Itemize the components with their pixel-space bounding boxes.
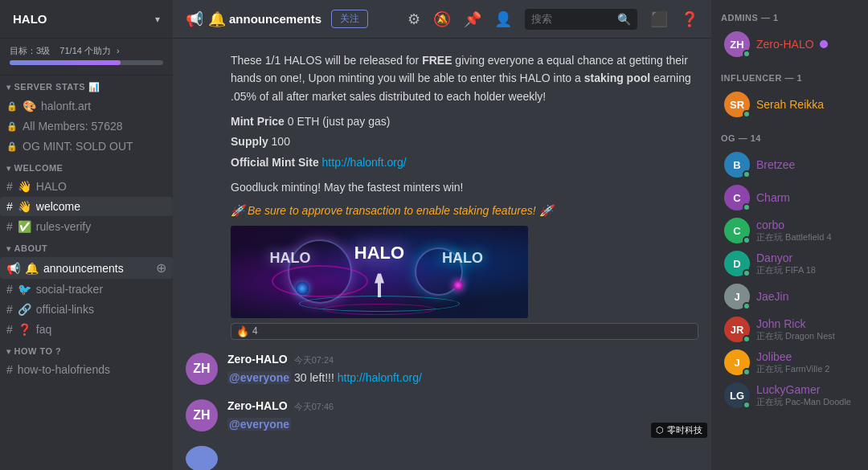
halo-center-text: HALO bbox=[354, 243, 404, 264]
follow-button[interactable]: 关注 bbox=[331, 10, 368, 28]
boost-bar-fill bbox=[10, 60, 121, 65]
channel-halonft-art[interactable]: 🔒 🎨 halonft.art bbox=[0, 96, 173, 116]
settings-icon[interactable]: ⚙ bbox=[407, 10, 420, 28]
member-john-rick[interactable]: JR John Rick 正在玩 Dragon Nest bbox=[714, 313, 865, 345]
member-name-zero-halo: Zero-HALO bbox=[756, 38, 855, 51]
channel-welcome[interactable]: # 👋 welcome bbox=[0, 197, 173, 216]
supply-label: Supply bbox=[231, 135, 268, 148]
member-jaejin[interactable]: J JaeJin bbox=[714, 280, 865, 313]
member-serah[interactable]: SR Serah Reikka bbox=[714, 88, 865, 121]
status-dot bbox=[743, 401, 751, 409]
search-icon: 🔍 bbox=[617, 13, 631, 26]
channel-all-members[interactable]: 🔒 All Members: 57628 bbox=[0, 116, 173, 136]
header-icons: ⚙ 🔕 📌 👤 搜索 🔍 ⬛ ❓ bbox=[407, 9, 698, 30]
message-group-2: ZH Zero-HALO 今天07:24 @everyone 30 left!!… bbox=[173, 346, 711, 393]
channel-label: All Members: 57628 bbox=[23, 120, 123, 133]
member-status-luckygamer: 正在玩 Pac-Man Doodle bbox=[756, 396, 855, 408]
member-corbo[interactable]: C corbo 正在玩 Battlefield 4 bbox=[714, 215, 865, 247]
member-jolibee[interactable]: J Jolibee 正在玩 FarmVille 2 bbox=[714, 346, 865, 378]
channel-rules-verify[interactable]: # ✅ rules-verify bbox=[0, 217, 173, 236]
channel-label: halonft.art bbox=[41, 100, 91, 112]
avatar-bretzee: B bbox=[724, 152, 750, 178]
section-og-label: OG — 14 bbox=[711, 127, 868, 148]
site-label: Official Mint Site bbox=[231, 156, 319, 169]
member-status-corbo: 正在玩 Battlefield 4 bbox=[756, 231, 855, 243]
channel-header: 📢 🔔 announcements 关注 ⚙ 🔕 📌 👤 搜索 🔍 ⬛ ❓ bbox=[173, 0, 711, 39]
member-charm[interactable]: C Charm bbox=[714, 182, 865, 214]
member-danyor[interactable]: D Danyor 正在玩 FIFA 18 bbox=[714, 247, 865, 280]
member-name-luckygamer: LuckyGamer bbox=[756, 383, 855, 396]
boost-label: 目标：3级 71/14 个助力 › bbox=[10, 45, 163, 57]
megaphone-header-icon: 📢 bbox=[186, 10, 203, 28]
search-bar[interactable]: 搜索 🔍 bbox=[525, 9, 637, 30]
message-meta-3: Zero-HALO 今天07:46 bbox=[227, 399, 698, 413]
image-embed: HALO HALO HALO bbox=[231, 226, 528, 318]
channel-social-tracker[interactable]: # 🐦 social-tracker bbox=[0, 280, 173, 299]
avatar-jaejin: J bbox=[724, 284, 750, 309]
channel-halo[interactable]: # 👋 HALO bbox=[0, 177, 173, 196]
mint-site-link[interactable]: http://halonft.org/ bbox=[322, 156, 407, 169]
wave-emoji: 👋 bbox=[18, 200, 31, 213]
section-arrow: ▾ bbox=[6, 164, 11, 173]
hash-icon: # bbox=[6, 220, 13, 233]
member-bretzee[interactable]: B Bretzee bbox=[714, 149, 865, 181]
bird-emoji: 🐦 bbox=[18, 283, 31, 296]
member-name-danyor: Danyor bbox=[756, 251, 855, 264]
channel-how-to-halofriends[interactable]: # how-to-halofriends bbox=[0, 360, 173, 379]
members-icon[interactable]: 👤 bbox=[494, 10, 512, 28]
main-content: 📢 🔔 announcements 关注 ⚙ 🔕 📌 👤 搜索 🔍 ⬛ ❓ Th… bbox=[173, 0, 711, 470]
status-dot bbox=[743, 335, 751, 343]
channel-official-links[interactable]: # 🔗 official-links bbox=[0, 300, 173, 319]
channel-faq[interactable]: # ❓ faq bbox=[0, 320, 173, 339]
boost-bar bbox=[10, 60, 163, 65]
section-label-howto[interactable]: ▾ HOW TO ? bbox=[0, 340, 173, 359]
lock-icon: 🔒 bbox=[6, 121, 18, 132]
avatar-zero-halo-3: ZH bbox=[186, 399, 218, 431]
member-info-jolibee: Jolibee 正在玩 FarmVille 2 bbox=[756, 350, 855, 375]
member-info-jaejin: JaeJin bbox=[756, 290, 855, 303]
pin-icon[interactable]: 📌 bbox=[464, 10, 481, 28]
reaction-fire[interactable]: 🔥 4 bbox=[231, 323, 698, 340]
bell-mute-icon[interactable]: 🔕 bbox=[433, 10, 451, 28]
channel-label: welcome bbox=[36, 200, 80, 213]
section-label-about[interactable]: ▾ ABOUT bbox=[0, 237, 173, 256]
channel-header-name: announcements bbox=[229, 12, 321, 26]
avatar-zero-halo-2: ZH bbox=[186, 353, 218, 385]
member-zero-halo[interactable]: ZH Zero-HALO bbox=[714, 28, 865, 60]
status-dot bbox=[743, 110, 751, 118]
member-luckygamer[interactable]: LG LuckyGamer 正在玩 Pac-Man Doodle bbox=[714, 379, 865, 411]
message-goodluck: Goodluck minting! May the fastest minter… bbox=[231, 179, 698, 196]
avatar-danyor: D bbox=[724, 251, 750, 276]
megaphone-icon: 📢 bbox=[6, 262, 20, 275]
halo-right-text: HALO bbox=[442, 249, 483, 266]
help-icon[interactable]: ❓ bbox=[681, 10, 698, 28]
member-name-john-rick: John Rick bbox=[756, 317, 855, 330]
channel-announcements[interactable]: 📢 🔔 announcements ⊕ bbox=[0, 257, 173, 279]
server-header[interactable]: HALO ▾ bbox=[0, 0, 173, 39]
add-channel-button[interactable]: ⊕ bbox=[156, 260, 166, 276]
section-influencer-label: INFLUENCER — 1 bbox=[711, 67, 868, 88]
search-placeholder: 搜索 bbox=[531, 12, 617, 27]
link-2[interactable]: http://halonft.org/ bbox=[338, 371, 422, 384]
message-text: These 1/1 HALOS will be released for FRE… bbox=[231, 51, 698, 105]
ground-circle-2 bbox=[323, 304, 436, 315]
section-label-welcome[interactable]: ▾ WELCOME bbox=[0, 157, 173, 176]
wave-emoji: 👋 bbox=[18, 180, 31, 193]
member-name-charm: Charm bbox=[756, 191, 855, 204]
message-staking-notice: 🚀 Be sure to approve transaction to enab… bbox=[231, 202, 698, 219]
channel-label: official-links bbox=[36, 303, 94, 316]
avatar-zero-halo: ZH bbox=[724, 31, 750, 57]
messages-container: These 1/1 HALOS will be released for FRE… bbox=[173, 39, 711, 470]
hash-icon: # bbox=[6, 200, 13, 213]
channel-label: announcements bbox=[43, 262, 124, 275]
hash-icon: # bbox=[6, 363, 13, 376]
inbox-icon[interactable]: ⬛ bbox=[650, 10, 668, 28]
lock-icon: 🔒 bbox=[6, 101, 18, 112]
section-arrow: ▾ bbox=[6, 347, 11, 356]
member-status-john-rick: 正在玩 Dragon Nest bbox=[756, 330, 855, 342]
section-label-server-stats[interactable]: ▾ SERVER STATS 📊 bbox=[0, 76, 173, 96]
member-info-zero-halo: Zero-HALO bbox=[756, 38, 855, 51]
member-info-john-rick: John Rick 正在玩 Dragon Nest bbox=[756, 317, 855, 342]
avatar-charm: C bbox=[724, 185, 750, 210]
channel-og-mint[interactable]: 🔒 OG MINT: SOLD OUT bbox=[0, 137, 173, 156]
